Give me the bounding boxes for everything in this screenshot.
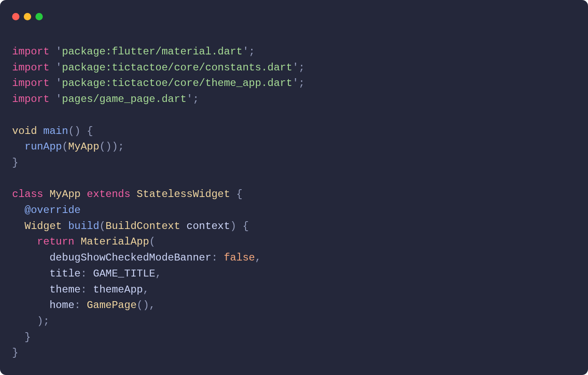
- code-token: :: [211, 252, 217, 264]
- code-token: (: [149, 236, 155, 248]
- code-token: [12, 268, 49, 280]
- code-token: context: [186, 220, 230, 232]
- code-token: ,: [155, 268, 161, 280]
- code-editor[interactable]: import 'package:flutter/material.dart';i…: [0, 23, 588, 373]
- code-token: theme: [49, 284, 80, 296]
- code-token: [37, 125, 43, 137]
- code-token: [12, 284, 49, 296]
- code-token: [12, 204, 25, 216]
- code-token: {: [243, 220, 249, 232]
- code-token: package:tictactoe/core/constants.dart: [62, 62, 292, 73]
- code-token: [12, 236, 37, 248]
- code-line: }: [12, 345, 576, 361]
- code-line: }: [12, 155, 576, 171]
- code-line: );: [12, 314, 576, 330]
- code-token: [49, 77, 55, 89]
- code-token: [87, 284, 93, 296]
- code-token: MyApp: [49, 188, 80, 200]
- code-token: [49, 46, 55, 57]
- code-token: home: [49, 299, 74, 311]
- code-token: ': [292, 62, 298, 73]
- code-line: return MaterialApp(: [12, 234, 576, 250]
- code-token: ;: [299, 77, 305, 89]
- code-line: import 'package:tictactoe/core/theme_app…: [12, 76, 576, 92]
- code-line: void main() {: [12, 124, 576, 140]
- titlebar: [0, 0, 588, 23]
- code-token: GamePage: [87, 299, 137, 311]
- code-token: (: [99, 220, 105, 232]
- code-token: ());: [99, 141, 125, 153]
- code-token: ;: [299, 62, 305, 73]
- minimize-icon[interactable]: [24, 13, 31, 20]
- code-token: ,: [143, 284, 149, 296]
- code-token: build: [68, 220, 99, 232]
- code-token: :: [80, 284, 86, 296]
- code-token: (): [68, 125, 81, 137]
- code-line: import 'package:flutter/material.dart';: [12, 44, 576, 60]
- code-token: :: [74, 299, 80, 311]
- code-token: [12, 220, 25, 232]
- code-token: GAME_TITLE: [93, 268, 155, 280]
- code-token: [43, 188, 49, 200]
- code-token: [62, 220, 68, 232]
- code-token: ': [186, 93, 192, 105]
- code-token: [49, 93, 55, 105]
- code-token: [74, 236, 80, 248]
- code-line: }: [12, 330, 576, 346]
- code-token: StatelessWidget: [137, 188, 230, 200]
- code-token: extends: [87, 188, 131, 200]
- code-token: {: [87, 125, 93, 137]
- code-line: debugShowCheckedModeBanner: false,: [12, 250, 576, 266]
- code-token: [12, 315, 37, 327]
- code-token: BuildContext: [105, 220, 180, 232]
- code-line: home: GamePage(),: [12, 298, 576, 314]
- code-token: title: [49, 268, 80, 280]
- code-token: ': [243, 46, 249, 57]
- code-token: false: [224, 252, 255, 264]
- code-token: [80, 125, 86, 137]
- code-token: runApp: [25, 141, 62, 153]
- code-token: [230, 188, 236, 200]
- code-token: ': [56, 62, 62, 73]
- code-token: ': [56, 46, 62, 57]
- code-token: }: [12, 347, 18, 359]
- code-token: ': [292, 77, 298, 89]
- code-token: {: [236, 188, 243, 200]
- code-line: @override: [12, 203, 576, 219]
- code-token: import: [12, 62, 49, 73]
- code-token: ,: [255, 252, 261, 264]
- code-token: );: [37, 315, 50, 327]
- code-token: [12, 331, 25, 343]
- code-token: Widget: [25, 220, 62, 232]
- code-line: [12, 171, 576, 187]
- code-token: (: [62, 141, 68, 153]
- code-token: package:flutter/material.dart: [62, 46, 243, 57]
- code-token: debugShowCheckedModeBanner: [49, 252, 211, 264]
- code-line: theme: themeApp,: [12, 282, 576, 298]
- code-token: ;: [193, 93, 199, 105]
- code-line: title: GAME_TITLE,: [12, 266, 576, 282]
- code-token: void: [12, 125, 37, 137]
- code-line: [12, 108, 576, 124]
- code-token: [87, 268, 93, 280]
- code-token: }: [12, 157, 18, 168]
- code-token: import: [12, 77, 49, 89]
- code-token: [12, 252, 49, 264]
- code-token: [180, 220, 186, 232]
- code-token: return: [37, 236, 74, 248]
- code-token: import: [12, 93, 49, 105]
- code-token: [12, 141, 25, 153]
- code-token: [217, 252, 224, 264]
- code-token: @override: [25, 204, 81, 216]
- code-token: [131, 188, 137, 200]
- code-token: [80, 299, 86, 311]
- code-token: import: [12, 46, 49, 57]
- code-token: (),: [137, 299, 155, 311]
- close-icon[interactable]: [12, 13, 19, 20]
- code-token: ': [56, 77, 62, 89]
- code-token: package:tictactoe/core/theme_app.dart: [62, 77, 292, 89]
- code-token: ': [56, 93, 62, 105]
- code-token: [49, 62, 55, 73]
- code-token: pages/game_page.dart: [62, 93, 186, 105]
- zoom-icon[interactable]: [35, 13, 43, 20]
